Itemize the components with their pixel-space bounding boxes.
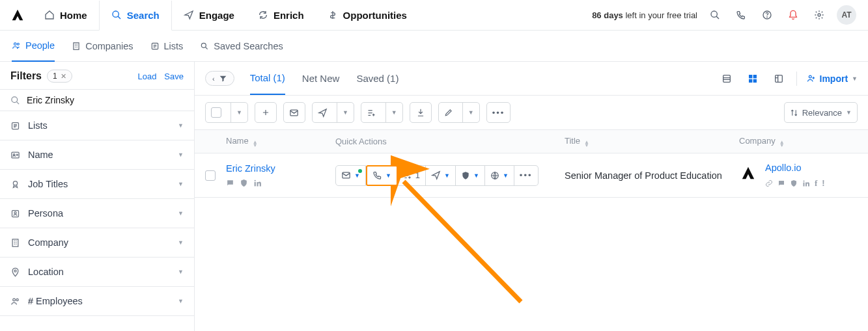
send-icon bbox=[184, 10, 194, 20]
linkedin-icon[interactable] bbox=[802, 179, 810, 187]
import-button[interactable]: Import ▼ bbox=[806, 73, 858, 84]
phone-icon bbox=[372, 170, 382, 180]
qa-sequence-count[interactable]: 1 bbox=[398, 165, 426, 186]
filters-sidebar: Filters 1 ✕ Load Save Lists ▼ Name ▼ bbox=[0, 62, 195, 331]
dollar-icon bbox=[328, 10, 338, 20]
list-add-icon bbox=[367, 108, 376, 118]
filter-location[interactable]: Location ▼ bbox=[0, 258, 194, 287]
list-add-button[interactable]: ▼ bbox=[361, 102, 403, 123]
qa-more-button[interactable]: ••• bbox=[514, 165, 539, 186]
medal-icon bbox=[10, 179, 20, 189]
filter-name[interactable]: Name ▼ bbox=[0, 140, 194, 170]
col-name[interactable]: Name▲▼ bbox=[226, 136, 335, 147]
nav-home[interactable]: Home bbox=[33, 0, 99, 30]
nav-label: Search bbox=[127, 10, 160, 21]
nav-enrich[interactable]: Enrich bbox=[246, 0, 316, 30]
email-button[interactable] bbox=[283, 102, 305, 123]
tab-saved[interactable]: Saved (1) bbox=[356, 62, 399, 95]
filter-count-chip[interactable]: 1 ✕ bbox=[47, 70, 72, 83]
shield-icon[interactable] bbox=[790, 179, 798, 187]
svg-point-5 bbox=[14, 42, 17, 45]
add-button[interactable] bbox=[255, 102, 277, 123]
svg-rect-26 bbox=[775, 75, 782, 82]
chevron-down-icon: ▼ bbox=[178, 152, 184, 158]
more-button[interactable]: ••• bbox=[486, 102, 511, 123]
filter-search-input[interactable] bbox=[27, 95, 184, 105]
link-icon[interactable] bbox=[765, 179, 773, 187]
list-icon bbox=[150, 42, 160, 51]
filters-title: Filters bbox=[10, 70, 42, 82]
view-list-icon[interactable] bbox=[718, 70, 735, 87]
svg-rect-25 bbox=[753, 79, 756, 82]
export-button[interactable] bbox=[410, 102, 432, 123]
col-company[interactable]: Company▲▼ bbox=[739, 136, 868, 147]
people-icon bbox=[10, 297, 20, 306]
subnav-companies[interactable]: Companies bbox=[72, 31, 133, 62]
load-link[interactable]: Load bbox=[137, 72, 156, 81]
chat-icon[interactable] bbox=[226, 179, 234, 187]
linkedin-icon[interactable] bbox=[253, 179, 262, 187]
alert-icon[interactable]: ! bbox=[822, 178, 824, 188]
clear-filters-icon[interactable]: ✕ bbox=[61, 72, 66, 81]
tab-net-new[interactable]: Net New bbox=[302, 62, 340, 95]
chat-icon[interactable] bbox=[777, 179, 785, 187]
subnav-saved-searches[interactable]: Saved Searches bbox=[200, 31, 283, 62]
help-icon-button[interactable] bbox=[759, 7, 776, 23]
mail-icon bbox=[289, 108, 299, 118]
search-icon bbox=[111, 10, 122, 20]
subnav-people[interactable]: People bbox=[12, 31, 55, 62]
view-layout-icon[interactable] bbox=[770, 70, 787, 87]
caret-down-icon: ▼ bbox=[846, 109, 852, 116]
nav-search-icon-button[interactable] bbox=[707, 7, 723, 23]
gear-icon-button[interactable] bbox=[811, 7, 828, 23]
caret-down-icon: ▼ bbox=[354, 172, 360, 179]
svg-point-13 bbox=[13, 153, 15, 155]
subnav-lists[interactable]: Lists bbox=[150, 31, 184, 62]
caret-down-icon: ▼ bbox=[852, 75, 858, 82]
chevron-down-icon: ▼ bbox=[178, 122, 184, 129]
avatar[interactable]: AT bbox=[837, 5, 856, 25]
svg-point-27 bbox=[809, 75, 811, 78]
sort-icon: ▲▼ bbox=[253, 140, 258, 147]
tab-total[interactable]: Total (1) bbox=[250, 62, 285, 95]
collapse-filter-pill[interactable]: ‹ bbox=[205, 71, 234, 86]
sub-nav: People Companies Lists Saved Searches bbox=[0, 31, 868, 62]
qa-send-button[interactable]: ▼ bbox=[426, 165, 456, 186]
qa-email-button[interactable]: ▼ bbox=[335, 165, 366, 186]
edit-button[interactable]: ▼ bbox=[438, 102, 480, 123]
row-checkbox[interactable] bbox=[205, 170, 216, 181]
person-name-link[interactable]: Eric Zrinsky bbox=[226, 163, 335, 174]
nav-opportunities[interactable]: Opportunities bbox=[316, 0, 419, 30]
filter-lists[interactable]: Lists ▼ bbox=[0, 111, 194, 140]
filter-employees[interactable]: # Employees ▼ bbox=[0, 287, 194, 316]
qa-shield-button[interactable]: ▼ bbox=[456, 165, 485, 186]
shield-icon[interactable] bbox=[240, 179, 248, 187]
view-grid-icon[interactable] bbox=[744, 70, 761, 87]
chevron-down-icon: ▼ bbox=[178, 181, 184, 187]
filter-company[interactable]: Company ▼ bbox=[0, 228, 194, 258]
top-nav: Home Search Engage Enrich Opportunities … bbox=[0, 0, 868, 31]
relevance-button[interactable]: Relevance ▼ bbox=[784, 102, 858, 123]
bell-icon-button[interactable] bbox=[785, 7, 802, 23]
svg-point-18 bbox=[14, 270, 16, 272]
filter-persona[interactable]: Persona ▼ bbox=[0, 199, 194, 228]
svg-rect-23 bbox=[753, 75, 756, 78]
svg-rect-24 bbox=[749, 79, 752, 82]
filter-search-row[interactable] bbox=[0, 89, 194, 111]
company-link[interactable]: Apollo.io bbox=[765, 163, 825, 173]
qa-globe-button[interactable]: ▼ bbox=[485, 165, 514, 186]
nav-label: Opportunities bbox=[343, 10, 407, 21]
sequence-button[interactable]: ▼ bbox=[312, 102, 354, 123]
nav-label: Engage bbox=[199, 10, 234, 21]
phone-icon-button[interactable] bbox=[733, 7, 749, 23]
save-link[interactable]: Save bbox=[164, 72, 184, 81]
nav-engage[interactable]: Engage bbox=[172, 0, 246, 30]
nav-search[interactable]: Search bbox=[99, 1, 172, 31]
facebook-icon[interactable]: f bbox=[815, 178, 817, 189]
select-all-button[interactable]: ▼ bbox=[205, 102, 248, 123]
qa-call-button[interactable]: ▼ bbox=[366, 165, 398, 186]
filter-job-titles[interactable]: Job Titles ▼ bbox=[0, 170, 194, 199]
dots-icon: ••• bbox=[520, 170, 533, 180]
col-title[interactable]: Title▲▼ bbox=[565, 136, 739, 147]
globe-icon bbox=[490, 171, 499, 180]
